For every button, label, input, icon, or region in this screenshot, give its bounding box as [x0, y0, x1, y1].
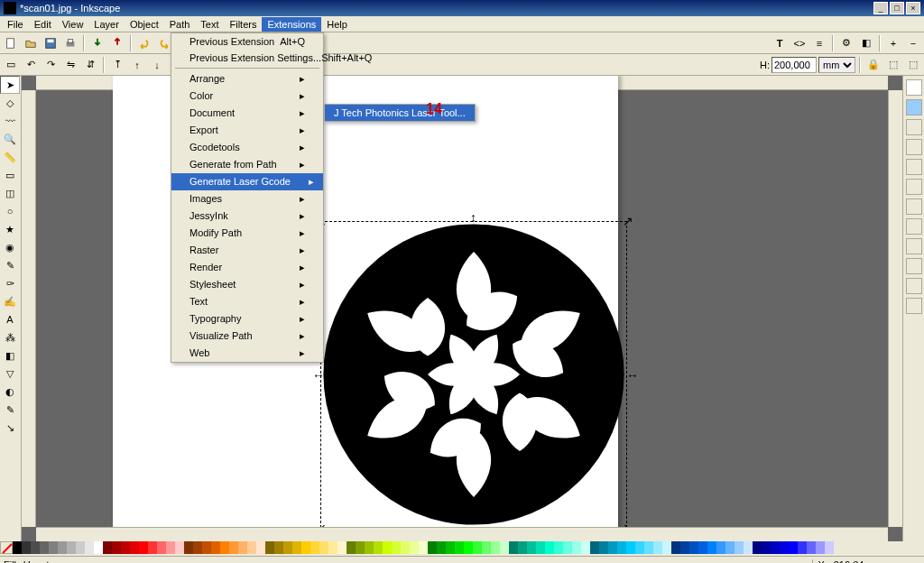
menu-text[interactable]: Text [195, 17, 224, 32]
jtech-laser-tool[interactable]: J Tech Photonics Laser Tool... [325, 105, 475, 121]
color-swatch[interactable] [40, 541, 49, 554]
snap-midpoint-icon[interactable] [906, 198, 922, 215]
color-swatch[interactable] [301, 541, 310, 554]
menu-layer[interactable]: Layer [88, 17, 125, 32]
zoom-out-icon[interactable]: − [904, 34, 922, 52]
snap-page-icon[interactable] [906, 238, 922, 254]
menu-view[interactable]: View [57, 17, 89, 32]
menu-edit[interactable]: Edit [29, 17, 57, 32]
ext-typography[interactable]: Typography▸ [171, 310, 323, 328]
color-swatch[interactable] [617, 541, 626, 554]
color-swatch[interactable] [653, 541, 662, 554]
snap-intersection-icon[interactable] [906, 159, 922, 175]
maximize-button[interactable]: □ [890, 2, 904, 14]
menu-filters[interactable]: Filters [225, 17, 263, 32]
color-swatch[interactable] [735, 541, 744, 554]
fill-value[interactable]: Unset [23, 559, 49, 564]
color-swatch[interactable] [356, 541, 365, 554]
ext-generate-laser-gcode[interactable]: Generate Laser Gcode▸ [171, 173, 323, 190]
color-swatch[interactable] [635, 541, 644, 554]
bucket-tool[interactable]: ▽ [0, 365, 20, 383]
color-swatch[interactable] [473, 541, 482, 554]
handle-n[interactable]: ↕ [470, 213, 479, 222]
rotate-cw-icon[interactable]: ↷ [42, 56, 60, 74]
ext-gcodetools[interactable]: Gcodetools▸ [171, 139, 323, 156]
color-swatch[interactable] [22, 541, 31, 554]
ext-generate-path[interactable]: Generate from Path▸ [171, 156, 323, 173]
snap-center-icon[interactable] [906, 179, 922, 195]
color-swatch[interactable] [491, 541, 500, 554]
color-swatch[interactable] [608, 541, 617, 554]
scale2-icon[interactable]: ⬚ [904, 56, 922, 74]
color-swatch[interactable] [184, 541, 193, 554]
properties-icon[interactable]: ⚙ [837, 34, 855, 52]
ext-web[interactable]: Web▸ [171, 345, 323, 362]
open-icon[interactable] [22, 34, 40, 52]
lower-icon[interactable]: ↓ [148, 56, 166, 74]
selector-tool[interactable]: ➤ [0, 76, 20, 94]
color-swatch[interactable] [689, 541, 698, 554]
bezier-tool[interactable]: ✑ [0, 274, 20, 292]
color-swatch[interactable] [374, 541, 383, 554]
color-swatch[interactable] [707, 541, 716, 554]
canvas-viewport[interactable]: ↖ ↕ ↗ ↔ ↔ ↙ ↕ ↘ [36, 90, 888, 527]
color-swatch[interactable] [229, 541, 238, 554]
zoom-tool[interactable]: 🔍 [0, 130, 20, 148]
snap-toggle-icon[interactable] [906, 298, 922, 314]
lock-icon[interactable]: 🔒 [864, 56, 882, 74]
color-swatch[interactable] [518, 541, 527, 554]
color-swatch[interactable] [599, 541, 608, 554]
box3d-tool[interactable]: ◫ [0, 184, 20, 202]
star-tool[interactable]: ★ [0, 220, 20, 238]
menu-help[interactable]: Help [321, 17, 353, 32]
color-swatch[interactable] [825, 541, 834, 554]
node-tool[interactable]: ◇ [0, 94, 20, 112]
color-swatch[interactable] [671, 541, 680, 554]
color-swatch[interactable] [121, 541, 130, 554]
zoom-in-icon[interactable]: + [884, 34, 902, 52]
menu-object[interactable]: Object [125, 17, 164, 32]
text-tool[interactable]: A [0, 310, 20, 328]
transform-icon[interactable]: ◧ [857, 34, 875, 52]
color-swatch[interactable] [780, 541, 789, 554]
scrollbar-horizontal[interactable] [36, 527, 888, 541]
spiral-tool[interactable]: ◉ [0, 238, 20, 256]
color-swatch[interactable] [31, 541, 40, 554]
color-swatch[interactable] [319, 541, 328, 554]
unit-select[interactable]: mm [818, 57, 855, 73]
color-swatch[interactable] [590, 541, 599, 554]
color-swatch[interactable] [211, 541, 220, 554]
snap-grid-icon[interactable] [906, 258, 922, 274]
color-swatch[interactable] [725, 541, 735, 554]
color-swatch[interactable] [274, 541, 283, 554]
color-swatch[interactable] [328, 541, 337, 554]
raise-icon[interactable]: ↑ [128, 56, 146, 74]
color-swatch[interactable] [76, 541, 85, 554]
ext-previous-settings[interactable]: Previous Extension Settings...Shift+Alt+… [171, 50, 323, 66]
color-swatch[interactable] [716, 541, 725, 554]
color-swatch[interactable] [365, 541, 374, 554]
no-fill-swatch[interactable] [0, 541, 13, 554]
flip-v-icon[interactable]: ⇵ [81, 56, 99, 74]
eraser-tool[interactable]: ◧ [0, 346, 20, 365]
handle-ne[interactable]: ↗ [623, 217, 632, 226]
color-swatch[interactable] [283, 541, 292, 554]
spray-tool[interactable]: ⁂ [0, 328, 20, 346]
color-swatch[interactable] [337, 541, 346, 554]
print-icon[interactable] [61, 34, 79, 52]
handle-e[interactable]: ↔ [626, 371, 635, 380]
color-swatch[interactable] [67, 541, 76, 554]
color-swatch[interactable] [383, 541, 392, 554]
snap-guide-icon[interactable] [906, 278, 922, 294]
color-swatch[interactable] [148, 541, 157, 554]
color-swatch[interactable] [762, 541, 771, 554]
color-swatch[interactable] [310, 541, 319, 554]
color-swatch[interactable] [392, 541, 401, 554]
minimize-button[interactable]: _ [873, 2, 888, 14]
ext-stylesheet[interactable]: Stylesheet▸ [171, 276, 323, 293]
snap-object-icon[interactable] [906, 218, 922, 235]
color-swatch[interactable] [265, 541, 274, 554]
color-swatch[interactable] [49, 541, 58, 554]
ext-jessyink[interactable]: JessyInk▸ [171, 208, 323, 225]
color-swatch[interactable] [157, 541, 166, 554]
